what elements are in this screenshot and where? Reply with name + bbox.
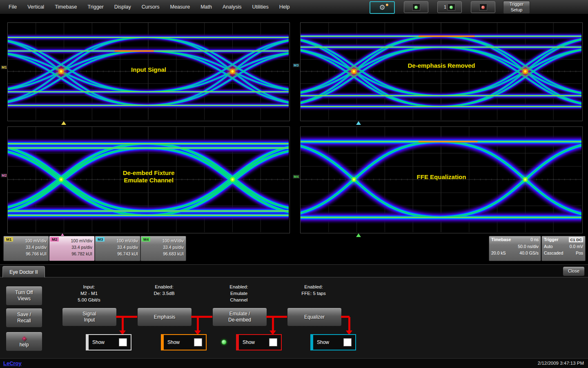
- eye-diagram-m1: [8, 23, 289, 120]
- show-checkbox[interactable]: [194, 338, 202, 346]
- menu-vertical[interactable]: Vertical: [22, 4, 49, 10]
- stage-info-input: Input: M2 - M1 5.00 Gbit/s: [50, 284, 128, 303]
- descriptor-values-m4: 100 mV/div 33.4 ps/div 96.683 kUI: [162, 238, 184, 257]
- m3-count: 96.743 kUI: [116, 251, 138, 257]
- descriptor-m2[interactable]: M2 100 mV/div 33.4 ps/div 96.782 kUI: [49, 236, 95, 261]
- menu-bar: File Vertical Timebase Trigger Display C…: [0, 0, 588, 14]
- green-led-icon: [412, 4, 420, 11]
- menu-cursors[interactable]: Cursors: [136, 4, 165, 10]
- descriptor-values-m2: 100 mV/div 33.4 ps/div 96.782 kUI: [71, 238, 92, 257]
- menu-help[interactable]: Help: [274, 4, 295, 10]
- graticule-m3: De-emphasis Removed: [300, 22, 583, 121]
- show-equalizer-box[interactable]: Show: [310, 334, 356, 350]
- menu-analysis[interactable]: Analysis: [217, 4, 247, 10]
- descriptor-chip-m4: M4: [142, 237, 150, 242]
- toolbar-channel-button[interactable]: 1: [437, 1, 462, 13]
- trigger-setup-button[interactable]: Trigger Setup: [503, 1, 530, 14]
- trigger-title: Trigger: [544, 237, 559, 243]
- eye-diagram-m3: [301, 23, 581, 120]
- menu-file[interactable]: File: [3, 4, 22, 10]
- timebase-descriptor[interactable]: Timebase 0 ns 50.0 ns/div 20.0 kS 40.0 G…: [489, 236, 541, 261]
- m3-tdiv: 33.4 ps/div: [116, 244, 138, 251]
- toolbar-led-button-1[interactable]: [404, 1, 428, 13]
- signal-input-button[interactable]: Signal Input: [62, 308, 117, 326]
- timebase-rate: 40.0 GS/s: [519, 250, 539, 256]
- descriptor-chip-m1: M1: [4, 237, 13, 242]
- menu-utilities[interactable]: Utilities: [247, 4, 274, 10]
- trace-label-m1: M1: [1, 65, 8, 69]
- trigger-marker-m4[interactable]: [356, 233, 361, 237]
- flow-drop: [272, 317, 274, 331]
- trigger-marker-m1[interactable]: [61, 121, 66, 125]
- graticule-m4: FFE Equalization: [300, 126, 583, 233]
- show-label: Show: [317, 339, 329, 345]
- status-bar: LeCroy 2/12/2009 3:47:13 PM: [0, 358, 588, 368]
- show-checkbox[interactable]: [343, 338, 352, 346]
- help-icon: ◈: [22, 335, 27, 341]
- m2-tdiv: 33.4 ps/div: [71, 244, 92, 251]
- channel-led-icon: [448, 4, 455, 11]
- flow-drop: [122, 317, 124, 331]
- stage-info-equalizer: Enabled: FFE: 5 taps: [275, 284, 352, 297]
- stage-info-emulate: Enabled: Emulate Channel: [200, 284, 278, 303]
- timebase-samples: 20.0 kS: [491, 250, 506, 256]
- descriptor-m1[interactable]: M1 100 mV/div 33.4 ps/div 96.766 kUI: [3, 236, 49, 261]
- tab-eye-doctor[interactable]: Eye Doctor II: [2, 266, 45, 277]
- trigger-type: Cascaded: [544, 250, 563, 256]
- descriptor-chip-m3: M3: [96, 237, 105, 242]
- help-button[interactable]: ◈ help: [6, 332, 42, 351]
- flow-connector: [266, 316, 287, 318]
- eye-diagram-m4: [301, 127, 581, 232]
- flow-connector: [191, 316, 212, 318]
- menu-math[interactable]: Math: [195, 4, 217, 10]
- help-label: help: [20, 342, 29, 348]
- trigger-descriptor[interactable]: Trigger C1 DC Auto 0.0 mV Cascaded Pos: [541, 236, 586, 261]
- timebase-offset: 0 ns: [530, 237, 539, 243]
- show-label: Show: [92, 339, 105, 345]
- menu-measure[interactable]: Measure: [165, 4, 195, 10]
- save-recall-button[interactable]: Save / Recall: [6, 308, 42, 328]
- timebase-title: Timebase: [491, 237, 511, 243]
- gear-icon: ⚙: [379, 4, 385, 11]
- descriptor-chip-m2: M2: [50, 237, 59, 242]
- m1-vdiv: 100 mV/div: [25, 238, 47, 244]
- graticule-m1: Input Signal: [7, 22, 290, 121]
- red-led-icon: [479, 4, 487, 11]
- menu-trigger[interactable]: Trigger: [82, 4, 109, 10]
- flow-connector: [116, 316, 137, 318]
- turn-off-views-button[interactable]: Turn Off Views: [6, 286, 42, 306]
- descriptor-m3[interactable]: M3 100 mV/div 33.4 ps/div 96.743 kUI: [95, 236, 140, 261]
- trigger-slope: Pos: [576, 250, 583, 256]
- trigger-level: 0.0 mV: [570, 244, 583, 250]
- m4-vdiv: 100 mV/div: [162, 238, 184, 244]
- show-input-box[interactable]: Show: [86, 334, 131, 350]
- equalizer-button[interactable]: Equalizer: [287, 308, 342, 326]
- show-label: Show: [167, 339, 180, 345]
- trigger-mode: Auto: [544, 244, 553, 250]
- auto-setup-button[interactable]: ⚙: [370, 1, 395, 14]
- m1-count: 96.766 kUI: [25, 251, 47, 257]
- stage-info-emphasis: Enabled: De: 3.5dB: [125, 284, 203, 297]
- toolbar-stop-button[interactable]: [471, 1, 495, 13]
- dialog-tab-strip: [0, 265, 588, 277]
- menu-timebase[interactable]: Timebase: [49, 4, 82, 10]
- trace-label-m2: M2: [1, 173, 8, 177]
- menu-display[interactable]: Display: [109, 4, 136, 10]
- show-emulate-box[interactable]: Show: [236, 334, 282, 350]
- flow-drop: [348, 317, 350, 331]
- show-emphasis-box[interactable]: Show: [161, 334, 207, 350]
- lecroy-link[interactable]: LeCroy: [3, 360, 22, 366]
- channel-number-label: 1: [444, 5, 446, 9]
- m4-count: 96.683 kUI: [162, 251, 184, 257]
- show-checkbox[interactable]: [119, 338, 127, 346]
- descriptor-m4[interactable]: M4 100 mV/div 33.4 ps/div 96.683 kUI: [140, 236, 186, 261]
- timebase-scale: 50.0 ns/div: [518, 244, 539, 250]
- emphasis-button[interactable]: Emphasis: [137, 308, 192, 326]
- emulate-deembed-button[interactable]: Emulate / De-embed: [212, 308, 267, 326]
- status-led-icon: [222, 340, 226, 344]
- show-checkbox[interactable]: [269, 338, 277, 346]
- close-button[interactable]: Close: [563, 266, 585, 276]
- trace-label-m3: M3: [293, 63, 300, 67]
- m1-tdiv: 33.4 ps/div: [25, 244, 47, 251]
- trigger-marker-m3[interactable]: [356, 121, 361, 125]
